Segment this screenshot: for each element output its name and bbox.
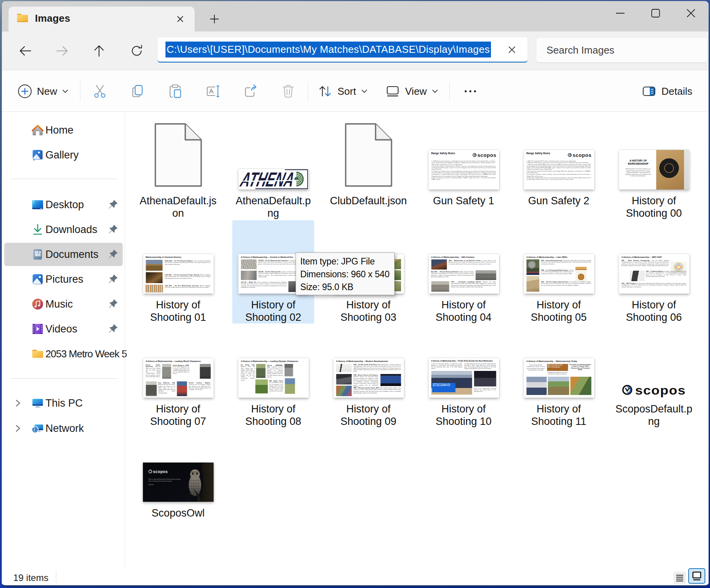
copy-icon [129,83,146,99]
slide-thumbnail-h07: A History of Marksmanship -- Leading Wor… [143,358,213,398]
sort-button[interactable]: Sort [317,71,368,112]
slide-text: A HISTORY OF MARKSMANSHIP [623,159,654,165]
forward-button[interactable] [53,42,71,60]
new-tab-icon[interactable] [208,13,221,25]
sidebar-item-home[interactable]: Home [4,118,123,142]
rename-button[interactable] [204,82,222,101]
scopos-logo: scopos [622,383,686,397]
back-button[interactable] [16,42,35,60]
large-thumbnails-view-button[interactable] [688,568,705,584]
sidebar-item-label: Music [45,298,73,310]
music-icon [31,297,45,311]
file-item-history-of-shooting-01[interactable]: Marksmanship in Ancient History30,000 BC… [137,220,219,324]
sidebar-separator [10,378,118,379]
refresh-button[interactable] [127,42,146,60]
file-item-scoposowl[interactable]: scopos "Man is a goal seeking animal. Hi… [137,428,219,532]
delete-button[interactable] [279,82,298,101]
slide-photo [285,378,295,394]
sidebar-item-videos[interactable]: Videos [4,317,123,341]
pin-icon [107,249,119,260]
file-item-history-of-shooting-05[interactable]: A History of Marksmanship -- Late 1800s1… [518,220,600,324]
clear-address-icon[interactable] [506,43,518,56]
close-window-button[interactable] [673,1,708,26]
slide-title: A History of Marksmanship -- Leading Oly… [241,360,298,362]
search-placeholder: Search Images [546,44,614,56]
file-item-athenadefault-json[interactable]: AthenaDefault.json [137,116,219,219]
sidebar-item-music[interactable]: Music [4,292,123,316]
file-item-athenadefault-png[interactable]: ATHENA AthenaDefault.png [232,116,314,219]
sidebar-item-network[interactable]: Network [4,417,123,440]
tab-images[interactable]: Images [9,7,195,31]
slide-thumbnail-h05: A History of Marksmanship -- Late 1800s1… [524,254,594,294]
slide-photo [241,259,256,269]
sidebar-item-pictures[interactable]: Pictures [4,268,123,291]
plus-icon [209,14,219,24]
slide-text: Vessela Letcheva, Bulgaria. Letcheva was… [189,382,211,396]
file-item-history-of-shooting-07[interactable]: A History of Marksmanship -- Leading Wor… [137,324,219,428]
maximize-button[interactable] [638,1,673,26]
sidebar-item-label: Network [45,423,84,435]
file-item-history-of-shooting-11[interactable]: A History of Marksmanship -- Marksmanshi… [518,324,600,428]
share-button[interactable] [241,82,260,101]
sidebar-item-gallery[interactable]: Gallery [4,143,123,167]
file-label: History of Shooting 02 [234,299,313,324]
folder-icon [31,347,45,361]
file-item-history-of-shooting-04[interactable]: A History of Marksmanship -- 19th Centur… [423,220,505,324]
file-label: History of Shooting 05 [519,299,598,324]
sidebar-item-documents[interactable]: Documents [4,243,123,266]
window-controls [602,1,708,26]
sidebar-item-desktop[interactable]: Desktop [4,193,123,216]
slide-text: Shooting sports programs now serve marks… [547,372,568,376]
file-item-history-of-shooting-10[interactable]: A History of Marksmanship -- Finals Now … [423,324,505,428]
details-view-button[interactable] [673,572,686,584]
file-thumbnail [345,123,393,187]
scopos-mark-icon [567,153,572,157]
up-icon [92,44,106,57]
new-button[interactable]: New [17,71,69,112]
file-thumbnail: A History of Marksmanship -- 19th Centur… [428,254,499,294]
paste-button[interactable] [166,82,184,101]
sidebar-item-this-pc[interactable]: This PC [4,391,123,415]
slide-text: 30,000 BCE -- The First Projectile Weapo… [165,260,211,271]
slide-text: Marksmanship is the human ability to use… [625,168,652,184]
slide-photo [684,150,689,190]
file-item-history-of-shooting-09[interactable]: A History of Marksmanship -- Modern Deve… [327,324,409,428]
copy-button[interactable] [128,82,147,101]
gallery-icon [31,148,45,162]
slide-title: A History of Marksmanship -- Marksmanshi… [526,360,577,362]
sort-icon [317,84,333,99]
slide-thumbnail-h01: Marksmanship in Ancient History30,000 BC… [143,254,213,294]
file-thumbnail: A HISTORY OF MARKSMANSHIPMarksmanship is… [619,150,689,190]
up-button[interactable] [90,42,108,60]
slide-photo [255,379,268,393]
search-box[interactable]: Search Images [536,37,708,63]
new-label: New [37,85,57,97]
view-icon [385,84,400,99]
chevron-right-icon[interactable] [14,399,22,407]
file-item-gun-safety-2[interactable]: Range Safety Rules scopos 5. When the co… [518,116,600,219]
minimize-button[interactable] [602,1,638,26]
slide-thumbnail-h10: A History of Marksmanship -- Finals Now … [428,358,499,398]
file-item-gun-safety-1[interactable]: Range Safety Rules scopos 1. A CBI (clea… [423,116,505,219]
chevron-right-icon[interactable] [14,424,22,433]
view-button[interactable]: View [385,71,439,112]
large-thumbnails-view-icon [692,571,702,581]
svg-text:ATHENA: ATHENA [238,169,297,190]
more-options-button[interactable] [461,82,480,101]
sidebar-separator [10,179,118,179]
cut-button[interactable] [90,82,109,101]
slide-photo [284,364,293,376]
close-tab-icon[interactable] [174,13,186,25]
sidebar-item-downloads[interactable]: Downloads [4,218,123,241]
sidebar-item-label: Gallery [45,149,79,161]
file-item-history-of-shooting-08[interactable]: A History of Marksmanship -- Leading Oly… [232,324,314,428]
details-button[interactable]: Details [641,71,692,112]
file-item-scoposdefault-png[interactable]: scopos ScoposDefault.png [613,324,695,428]
file-item-history-of-shooting-06[interactable]: A History of Marksmanship -- 1897-190718… [613,220,695,324]
address-bar[interactable]: C:\Users\[USER]\Documents\My Matches\DAT… [157,37,528,62]
file-item-history-of-shooting-00[interactable]: A HISTORY OF MARKSMANSHIPMarksmanship is… [613,116,695,219]
sidebar-item-2053-metro-week-5[interactable]: 2053 Metro Week 5 [4,342,123,365]
file-item-clubdefault-json[interactable]: ClubDefault.json [327,116,409,219]
file-label: History of Shooting 11 [519,403,598,428]
slide-text: 1966 -- Air Rifle and Air Pistol Events.… [353,364,401,373]
